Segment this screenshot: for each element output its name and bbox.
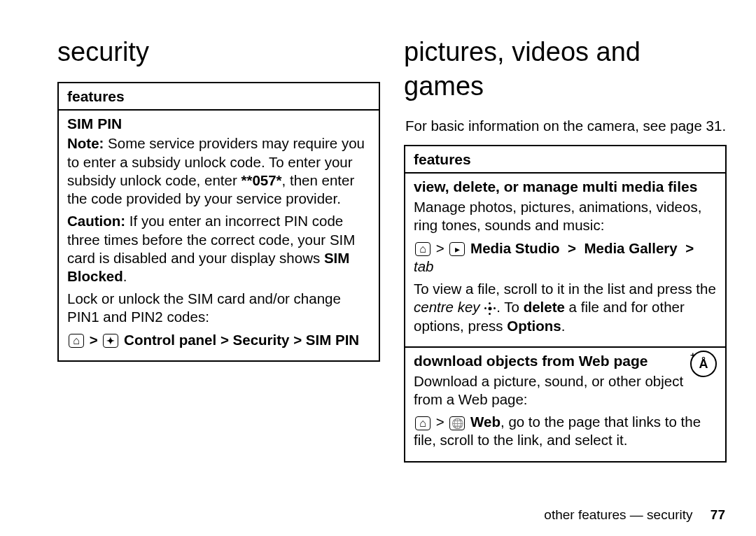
download-title: + download objects from Web page — [414, 352, 717, 371]
path-media-gallery: Media Gallery — [584, 240, 677, 256]
right-column: pictures, videos and games For basic inf… — [404, 35, 727, 523]
delete-bold: delete — [524, 299, 565, 315]
home-icon — [69, 334, 84, 348]
home-icon — [415, 416, 430, 430]
page-number: 77 — [710, 507, 725, 522]
left-column: security features SIM PIN Note: Some ser… — [57, 35, 380, 523]
sim-pin-path: > Control panel > Security > SIM PIN — [67, 331, 370, 349]
path-security: Security — [233, 332, 290, 348]
page-footer: other features — security 77 — [404, 501, 727, 523]
centre-key-icon — [484, 304, 496, 313]
manual-page: security features SIM PIN Note: Some ser… — [0, 0, 756, 536]
download-title-text: download objects from Web page — [414, 353, 648, 369]
media-features-box: features view, delete, or manage multi m… — [404, 145, 727, 462]
centre-key-label: centre key — [414, 299, 480, 315]
view-delete-body1: Manage photos, pictures, animations, vid… — [414, 198, 717, 234]
path-sim-pin: SIM PIN — [306, 332, 359, 348]
path-control-panel: Control panel — [124, 332, 216, 348]
download-section: + download objects from Web page Downloa… — [405, 346, 725, 461]
sim-pin-section: SIM PIN Note: Some service providers may… — [59, 111, 379, 360]
features-header-right: features — [405, 146, 725, 174]
view-delete-title: view, delete, or manage multi media file… — [414, 178, 717, 197]
sim-pin-note: Note: Some service providers may require… — [67, 134, 370, 208]
view-delete-section: view, delete, or manage multi media file… — [405, 174, 725, 346]
path-tab: tab — [414, 258, 434, 274]
security-heading: security — [57, 35, 380, 69]
note-label: Note: — [67, 135, 104, 151]
caution-label: Caution: — [67, 213, 125, 229]
view-delete-body2: To view a file, scroll to it in the list… — [414, 280, 717, 335]
security-features-box: features SIM PIN Note: Some service prov… — [57, 82, 380, 362]
play-icon — [449, 242, 465, 256]
caution-text-b: . — [123, 268, 127, 284]
features-header-left: features — [59, 83, 379, 111]
sim-pin-title: SIM PIN — [67, 115, 370, 134]
note-code: **057* — [241, 172, 281, 188]
path-media-studio: Media Studio — [470, 240, 560, 256]
media-heading: pictures, videos and games — [404, 35, 727, 103]
sim-pin-caution: Caution: If you enter an incorrect PIN c… — [67, 212, 370, 285]
download-path: > Web, go to the page that links to the … — [414, 413, 717, 449]
footer-text: other features — security — [544, 507, 692, 522]
antenna-icon: + — [690, 351, 717, 377]
options-bold: Options — [507, 318, 561, 334]
tools-icon — [103, 334, 118, 348]
home-icon — [415, 242, 430, 256]
body2-d: . — [561, 318, 566, 334]
body2-b: . To — [496, 299, 523, 315]
download-body1: Download a picture, sound, or other obje… — [414, 372, 717, 409]
path-web: Web — [470, 414, 500, 430]
view-delete-path: > Media Studio > Media Gallery > tab — [414, 239, 717, 276]
media-intro: For basic information on the camera, see… — [405, 117, 727, 135]
body2-a: To view a file, scroll to it in the list… — [414, 281, 716, 297]
globe-icon — [449, 416, 465, 430]
sim-pin-lock-text: Lock or unlock the SIM card and/or chang… — [67, 290, 370, 326]
